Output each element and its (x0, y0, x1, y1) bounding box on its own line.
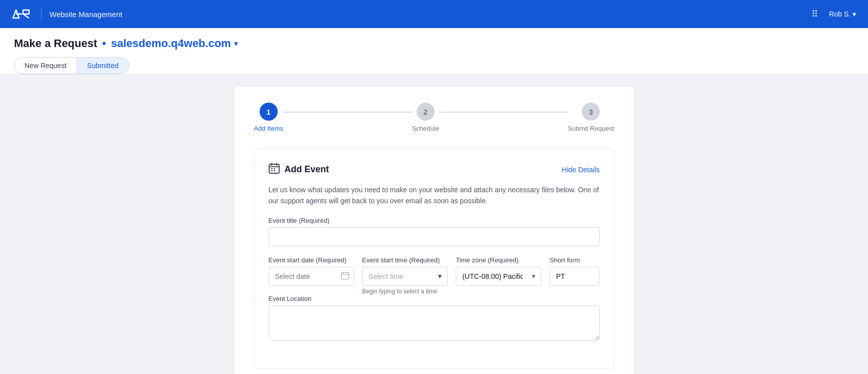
short-form-group: Short form (549, 256, 599, 286)
event-start-time-label: Event start time (Required) (362, 256, 448, 264)
main-card: 1 Add Items 2 Schedule 3 Submit Request (234, 87, 634, 374)
step-connector-2 (439, 112, 568, 113)
step-3-circle: 3 (582, 103, 600, 121)
event-location-group: Event Location (269, 295, 600, 342)
page-header: Make a Request • salesdemo.q4web.com ▾ N… (0, 28, 868, 75)
user-chevron: ▾ (852, 10, 856, 18)
timezone-select[interactable]: (UTC-08:00) Pacific Standard T (456, 267, 541, 286)
svg-rect-6 (271, 170, 273, 171)
time-hint: Begin typing to select a time (362, 288, 448, 295)
step-2-circle: 2 (417, 103, 435, 121)
svg-rect-5 (274, 168, 275, 169)
step-2-label: Schedule (412, 125, 439, 132)
step-connector-1 (283, 112, 412, 113)
date-time-row: Event start date (Required) (269, 256, 600, 295)
nav-divider (41, 7, 42, 21)
tab-submitted[interactable]: Submitted (77, 57, 129, 74)
user-menu[interactable]: Rob S. ▾ (829, 10, 856, 18)
event-start-time-group: Event start time (Required) Select time … (362, 256, 448, 295)
event-title-label: Event title (Required) (269, 217, 600, 224)
timezone-label: Time zone (Required) (456, 256, 541, 264)
logo[interactable] (12, 6, 33, 22)
hide-details-link[interactable]: Hide Details (562, 166, 599, 174)
event-location-textarea[interactable] (269, 305, 600, 340)
short-form-label: Short form (549, 256, 599, 264)
nav-left: Website Management (12, 6, 123, 22)
timezone-group: Time zone (Required) (UTC-08:00) Pacific… (456, 256, 541, 286)
nav-title: Website Management (50, 10, 123, 19)
time-select-wrapper: Select time ▼ (362, 267, 448, 286)
tab-new-request[interactable]: New Request (14, 57, 77, 74)
form-card-header: Add Event Hide Details (269, 163, 600, 176)
page-title-dot: • (102, 37, 106, 50)
top-navigation: Website Management ⠿ Rob S. ▾ (0, 0, 868, 28)
page-title: Make a Request (14, 37, 97, 50)
form-description: Let us know what updates you need to mak… (269, 184, 600, 207)
site-link-text: salesdemo.q4web.com (111, 37, 231, 50)
svg-rect-4 (271, 168, 273, 169)
nav-right: ⠿ Rob S. ▾ (811, 9, 856, 20)
svg-rect-7 (274, 170, 275, 171)
step-2: 2 Schedule (412, 103, 439, 132)
site-link[interactable]: salesdemo.q4web.com ▾ (111, 37, 238, 50)
event-start-time-select[interactable]: Select time (362, 267, 448, 286)
date-input-wrapper (269, 267, 354, 286)
event-start-date-group: Event start date (Required) (269, 256, 354, 286)
form-card: Add Event Hide Details Let us know what … (254, 148, 614, 369)
calendar-icon (269, 163, 280, 176)
user-label: Rob S. (829, 10, 850, 18)
step-3-label: Submit Request (568, 125, 614, 132)
step-1-label: Add Items (254, 125, 284, 132)
main-content: 1 Add Items 2 Schedule 3 Submit Request (0, 75, 868, 374)
timezone-select-wrapper: (UTC-08:00) Pacific Standard T ▼ (456, 267, 541, 286)
page-title-row: Make a Request • salesdemo.q4web.com ▾ (14, 37, 854, 50)
event-title-group: Event title (Required) (269, 217, 600, 246)
grid-icon[interactable]: ⠿ (811, 9, 819, 20)
short-form-input[interactable] (549, 267, 599, 286)
stepper: 1 Add Items 2 Schedule 3 Submit Request (254, 103, 614, 132)
form-card-title: Add Event (269, 163, 329, 176)
step-1-circle: 1 (260, 103, 278, 121)
tab-group: New Request Submitted (14, 57, 854, 74)
step-3: 3 Submit Request (568, 103, 614, 132)
event-title-input[interactable] (269, 227, 600, 246)
step-1: 1 Add Items (254, 103, 284, 132)
event-start-date-input[interactable] (269, 267, 354, 286)
event-start-date-label: Event start date (Required) (269, 256, 354, 264)
site-chevron-icon: ▾ (234, 40, 238, 48)
event-location-label: Event Location (269, 295, 600, 302)
